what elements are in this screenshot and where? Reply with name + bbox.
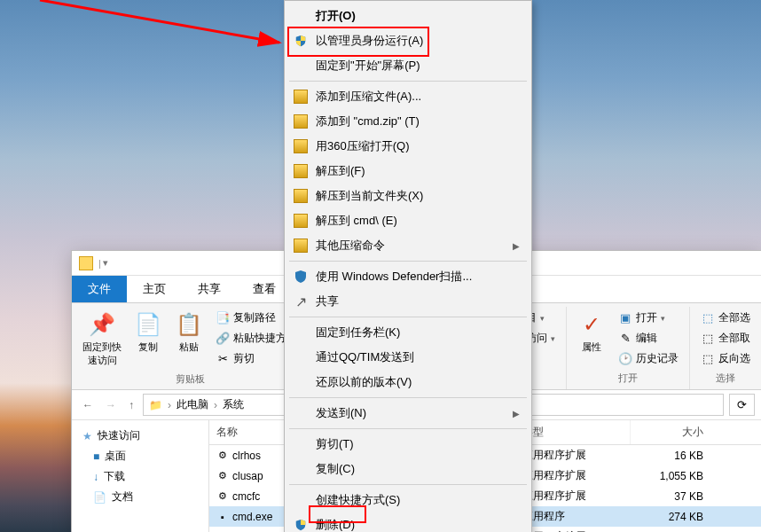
ctx-open[interactable]: 打开(O) bbox=[287, 4, 529, 28]
ctx-add-zip[interactable]: 添加到 "cmd.zip" (T) bbox=[287, 109, 529, 134]
refresh-button[interactable]: ⟳ bbox=[729, 394, 755, 416]
sidebar-downloads[interactable]: ↓下载 bbox=[72, 466, 208, 487]
folder-icon bbox=[79, 256, 93, 270]
select-none-button[interactable]: ⬚全部取 bbox=[697, 329, 754, 348]
ctx-copy[interactable]: 复制(C) bbox=[287, 457, 529, 481]
sidebar-documents[interactable]: 📄文档 bbox=[72, 487, 208, 507]
invert-selection-button[interactable]: ⬚反向选 bbox=[697, 349, 754, 368]
ctx-send-qq[interactable]: 通过QQ/TIM发送到 bbox=[287, 345, 529, 370]
defender-icon bbox=[293, 269, 309, 285]
shield-icon bbox=[293, 33, 309, 49]
titlebar-dropdown-icon[interactable]: ▾ bbox=[103, 257, 108, 269]
ctx-share[interactable]: ↗共享 bbox=[287, 289, 529, 314]
blank-icon bbox=[293, 8, 309, 24]
breadcrumb-sys[interactable]: 系统 bbox=[223, 397, 244, 412]
ctx-defender[interactable]: 使用 Windows Defender扫描... bbox=[287, 264, 529, 289]
ctx-separator bbox=[289, 317, 527, 317]
open-icon: ▣ bbox=[618, 311, 632, 325]
edit-button[interactable]: ✎编辑 bbox=[615, 329, 682, 348]
folder-icon: 📁 bbox=[149, 399, 162, 411]
properties-button[interactable]: ✓ 属性 bbox=[574, 309, 609, 356]
blank-icon bbox=[293, 325, 309, 340]
nav-forward-button[interactable]: → bbox=[102, 395, 120, 415]
ctx-label: 以管理员身份运行(A) bbox=[316, 33, 520, 49]
tab-file[interactable]: 文件 bbox=[72, 276, 127, 302]
ctx-other-compress[interactable]: 其他压缩命令▶ bbox=[287, 233, 529, 258]
ctx-delete[interactable]: 删除(D) bbox=[287, 512, 529, 532]
share-icon: ↗ bbox=[293, 293, 309, 309]
chevron-down-icon: ▾ bbox=[540, 314, 545, 323]
sidebar-desktop[interactable]: ■桌面 bbox=[72, 446, 208, 466]
tab-share[interactable]: 共享 bbox=[182, 276, 237, 302]
select-all-button[interactable]: ⬚全部选 bbox=[697, 309, 754, 327]
breadcrumb-pc[interactable]: 此电脑 bbox=[177, 397, 208, 412]
ctx-separator bbox=[289, 261, 527, 262]
copy-path-label: 复制路径 bbox=[233, 310, 276, 325]
file-icon: ⚙ bbox=[216, 490, 229, 503]
ctx-shortcut[interactable]: 创建快捷方式(S) bbox=[287, 488, 529, 512]
file-icon: ⚙ bbox=[216, 470, 229, 482]
ctx-extract-here[interactable]: 解压到当前文件夹(X) bbox=[287, 184, 529, 208]
chevron-down-icon: ▾ bbox=[661, 314, 665, 323]
sidebar-quick-access[interactable]: ★快速访问 bbox=[72, 426, 208, 446]
ctx-cut[interactable]: 剪切(T) bbox=[287, 432, 529, 457]
nav-back-button[interactable]: ← bbox=[79, 395, 97, 415]
ctx-run-admin[interactable]: 以管理员身份运行(A) bbox=[287, 28, 529, 53]
ctx-label: 其他压缩命令 bbox=[316, 238, 506, 254]
tab-home[interactable]: 主页 bbox=[127, 276, 182, 302]
ctx-label: 解压到 cmd\ (E) bbox=[316, 213, 520, 229]
history-button[interactable]: 🕑历史记录 bbox=[615, 349, 682, 368]
downloads-icon: ↓ bbox=[93, 471, 98, 483]
ctx-open-360[interactable]: 用360压缩打开(Q) bbox=[287, 134, 529, 159]
copy-path-icon: 📑 bbox=[216, 311, 230, 325]
ctx-label: 通过QQ/TIM发送到 bbox=[316, 349, 520, 365]
ctx-extract-to[interactable]: 解压到(F) bbox=[287, 159, 529, 184]
chevron-down-icon: ▾ bbox=[551, 334, 555, 343]
zip-icon bbox=[293, 163, 309, 179]
ctx-label: 打开(O) bbox=[316, 8, 520, 24]
copy-button[interactable]: 📄 复制 bbox=[130, 309, 166, 356]
ctx-label: 剪切(T) bbox=[316, 436, 520, 452]
zip-icon bbox=[293, 238, 309, 254]
open-button[interactable]: ▣打开▾ bbox=[615, 309, 682, 327]
sidebar-label: 桌面 bbox=[105, 449, 126, 464]
zip-icon bbox=[293, 89, 309, 105]
ctx-label: 解压到(F) bbox=[316, 163, 520, 179]
paste-button[interactable]: 📋 粘贴 bbox=[171, 309, 207, 356]
ctx-add-archive[interactable]: 添加到压缩文件(A)... bbox=[287, 84, 529, 109]
ribbon-group-select: ⬚全部选 ⬚全部取 ⬚反向选 选择 bbox=[690, 307, 761, 389]
shield-icon bbox=[293, 517, 309, 532]
file-size: 16 KB bbox=[631, 449, 710, 463]
ctx-sendto[interactable]: 发送到(N)▶ bbox=[287, 401, 529, 426]
documents-icon: 📄 bbox=[93, 491, 106, 504]
ctx-extract-cmd[interactable]: 解压到 cmd\ (E) bbox=[287, 208, 529, 233]
ctx-label: 解压到当前文件夹(X) bbox=[316, 188, 520, 204]
copy-icon: 📄 bbox=[134, 310, 162, 339]
blank-icon bbox=[293, 461, 309, 477]
header-size[interactable]: 大小 bbox=[631, 420, 710, 444]
zip-icon bbox=[293, 138, 309, 154]
open-label: 打开 bbox=[636, 310, 657, 325]
blank-icon bbox=[293, 374, 309, 390]
history-icon: 🕑 bbox=[618, 352, 632, 366]
desktop-icon: ■ bbox=[93, 450, 99, 463]
file-type: 应用程序 bbox=[515, 508, 631, 525]
file-type: 应用程序扩展 bbox=[515, 467, 631, 484]
pin-quick-access-button[interactable]: 📌 固定到快 速访问 bbox=[79, 309, 125, 369]
select-group-label: 选择 bbox=[716, 368, 735, 387]
ctx-label: 删除(D) bbox=[316, 517, 520, 532]
file-name: cmcfc bbox=[232, 490, 260, 503]
invert-icon: ⬚ bbox=[701, 352, 715, 366]
chevron-right-icon: ▶ bbox=[513, 409, 520, 419]
ctx-pin-start[interactable]: 固定到"开始"屏幕(P) bbox=[287, 53, 529, 78]
ctx-restore[interactable]: 还原以前的版本(V) bbox=[287, 370, 529, 395]
blank-icon bbox=[293, 492, 309, 508]
file-type: 应用程序扩展 bbox=[515, 447, 631, 464]
ctx-label: 还原以前的版本(V) bbox=[316, 374, 520, 390]
ctx-pin-taskbar[interactable]: 固定到任务栏(K) bbox=[287, 320, 529, 345]
ctx-label: 添加到压缩文件(A)... bbox=[316, 89, 520, 105]
nav-up-button[interactable]: ↑ bbox=[125, 395, 137, 415]
context-menu: 打开(O) 以管理员身份运行(A) 固定到"开始"屏幕(P) 添加到压缩文件(A… bbox=[284, 0, 532, 532]
header-type[interactable]: 类型 bbox=[515, 420, 631, 444]
paste-label: 粘贴 bbox=[179, 340, 199, 354]
